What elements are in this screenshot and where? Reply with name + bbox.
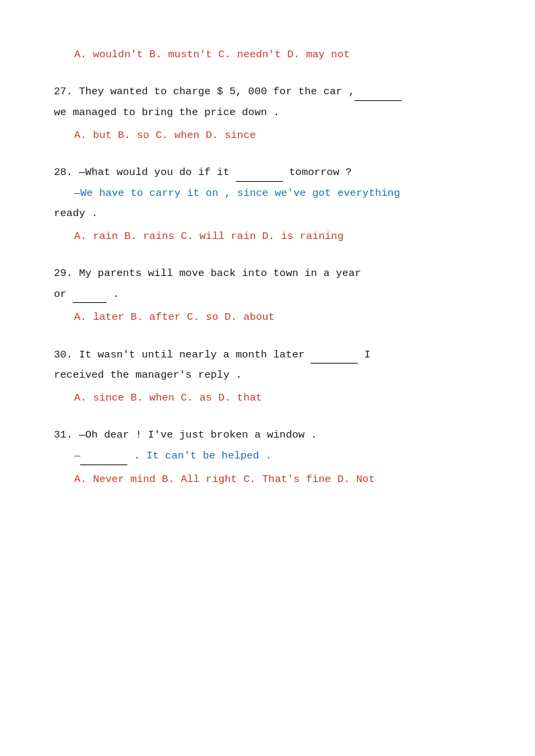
- q29-blank: [73, 285, 106, 303]
- q30-blank: [311, 345, 358, 364]
- q29-question: 29. My parents will move back into town …: [54, 265, 481, 282]
- q30-number: 30.: [54, 349, 73, 361]
- q28-question: 28. —What would you do if it tomorrow ?: [54, 163, 481, 181]
- q29-options: A. later B. after C. so D. about: [74, 308, 481, 326]
- q30-question: 30. It wasn't until nearly a month later…: [54, 345, 481, 364]
- q28-answer: —We have to carry it on , since we've go…: [74, 184, 481, 202]
- q27-number: 27.: [54, 85, 73, 98]
- q28-block: 28. —What would you do if it tomorrow ? …: [54, 163, 481, 245]
- q27-block: 27. They wanted to charge $ 5, 000 for t…: [54, 82, 481, 144]
- q30-options: A. since B. when C. as D. that: [74, 389, 481, 407]
- q28-number: 28.: [54, 166, 73, 178]
- q26-options: A. wouldn't B. mustn't C. needn't D. may…: [74, 46, 481, 63]
- q30-block: 30. It wasn't until nearly a month later…: [54, 345, 481, 407]
- q29-continuation: or .: [54, 285, 481, 303]
- q31-answer: — . It can't be helped .: [74, 446, 481, 465]
- q26-options-block: A. wouldn't B. mustn't C. needn't D. may…: [54, 46, 481, 63]
- q31-number: 31.: [54, 429, 73, 441]
- exam-content: A. wouldn't B. mustn't C. needn't D. may…: [54, 46, 481, 488]
- q31-blank: [80, 446, 127, 465]
- q27-blank: [354, 82, 402, 100]
- q27-question: 27. They wanted to charge $ 5, 000 for t…: [54, 82, 481, 100]
- q29-block: 29. My parents will move back into town …: [54, 265, 481, 327]
- q28-options: A. rain B. rains C. will rain D. is rain…: [74, 228, 481, 245]
- q28-answer-continuation: ready .: [54, 205, 481, 222]
- q31-block: 31. —Oh dear ! I've just broken a window…: [54, 426, 481, 488]
- q29-number: 29.: [54, 267, 73, 279]
- q30-continuation: received the manager's reply .: [54, 366, 481, 384]
- q27-options: A. but B. so C. when D. since: [74, 127, 481, 144]
- q31-options: A. Never mind B. All right C. That's fin…: [74, 471, 481, 488]
- q31-question: 31. —Oh dear ! I've just broken a window…: [54, 426, 481, 444]
- q28-blank: [236, 163, 283, 181]
- q27-continuation: we managed to bring the price down .: [54, 104, 481, 121]
